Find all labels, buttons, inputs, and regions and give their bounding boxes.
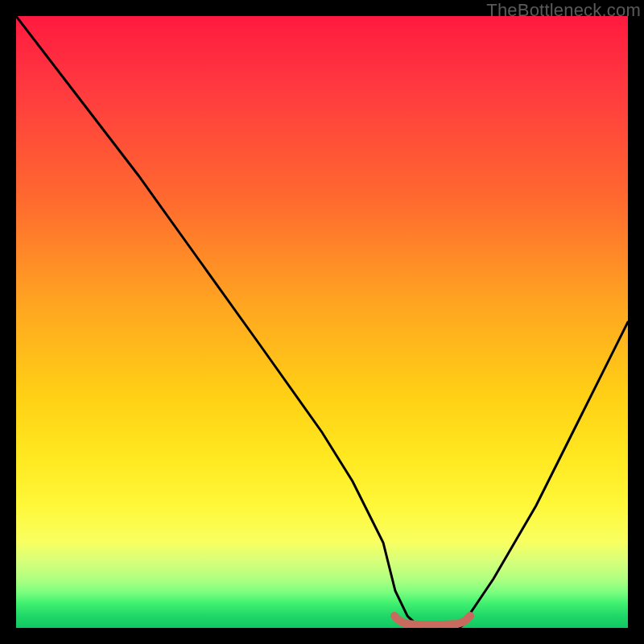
chart-frame: TheBottleneck.com <box>0 0 644 644</box>
watermark-text: TheBottleneck.com <box>486 0 641 21</box>
optimal-marker <box>394 616 470 625</box>
chart-plot-area <box>16 16 628 628</box>
chart-svg <box>16 16 628 628</box>
bottleneck-curve <box>16 16 628 628</box>
